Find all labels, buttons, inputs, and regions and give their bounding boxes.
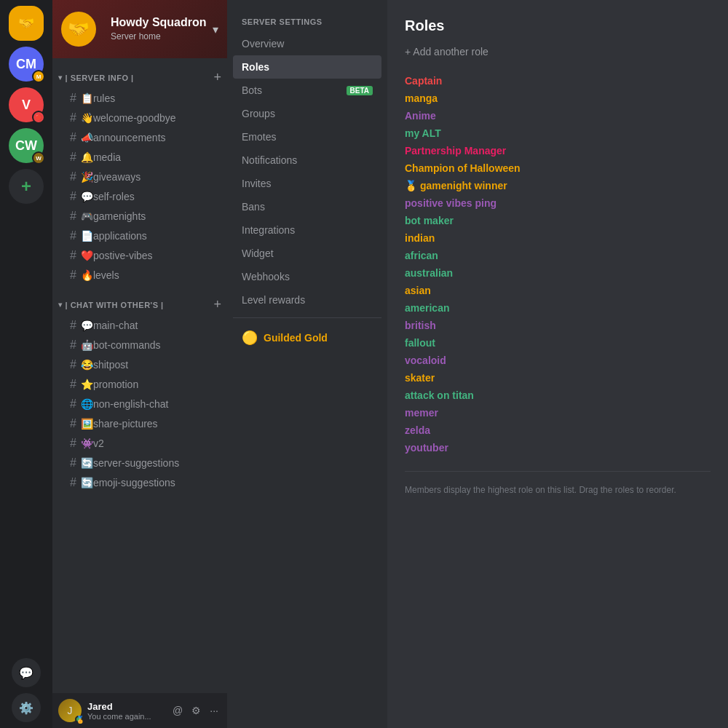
role-item[interactable]: zelda <box>405 422 711 439</box>
channel-name: 💬main-chat <box>81 320 138 331</box>
server-icon-cw[interactable]: CW W <box>9 128 44 163</box>
settings-item-label: Invites <box>242 178 271 189</box>
add-server-button[interactable]: + <box>9 169 44 204</box>
settings-item-notifications[interactable]: Notifications <box>233 149 381 172</box>
channel-non-english-chat[interactable]: # 🌐non-english-chat <box>58 395 221 414</box>
settings-item-level-rewards[interactable]: Level rewards <box>233 288 381 312</box>
role-item[interactable]: Captain <box>405 72 711 90</box>
channel-main-chat[interactable]: # 💬main-chat <box>58 316 221 335</box>
role-item[interactable]: 🥇 gamenight winner <box>405 177 711 194</box>
role-item[interactable]: Anime <box>405 107 711 124</box>
user-info: Jared You come again... <box>87 701 164 721</box>
settings-item-roles[interactable]: Roles <box>233 55 381 79</box>
server-icon-emoji: 🤝 <box>18 15 34 31</box>
channel-promotion[interactable]: # ⭐promotion <box>58 375 221 394</box>
settings-icon[interactable]: ⚙️ <box>12 693 41 722</box>
hash-icon: # <box>70 456 76 470</box>
channel-server-suggestions[interactable]: # 🔄server-suggestions <box>58 454 221 472</box>
role-item[interactable]: Partnership Manager <box>405 142 711 159</box>
hash-icon: # <box>70 92 76 105</box>
settings-item-label: Bans <box>242 201 265 213</box>
channel-name: ⭐promotion <box>81 379 138 390</box>
role-item[interactable]: youtuber <box>405 439 711 456</box>
channel-postive-vibes[interactable]: # ❤️postive-vibes <box>58 246 221 265</box>
role-item[interactable]: manga <box>405 90 711 107</box>
role-item[interactable]: positive vibes ping <box>405 194 711 212</box>
channel-giveaways[interactable]: # 🎉giveaways <box>58 167 221 186</box>
beta-badge: BETA <box>347 86 373 95</box>
hash-icon: # <box>70 249 76 262</box>
channel-emoji-suggestions[interactable]: # 🔄emoji-suggestions <box>58 473 221 492</box>
channel-share-pictures[interactable]: # 🖼️share-pictures <box>58 414 221 433</box>
category-label[interactable]: ▾ | Server Info | <box>58 74 134 82</box>
guilded-divider <box>233 317 381 324</box>
settings-item-label: Notifications <box>242 154 297 166</box>
role-item[interactable]: fallout <box>405 334 711 352</box>
role-item[interactable]: my ALT <box>405 124 711 142</box>
category-arrow: ▾ <box>58 74 63 82</box>
channel-shitpost[interactable]: # 😂shitpost <box>58 355 221 374</box>
settings-sidebar: Server Settings Overview Roles Bots BETA… <box>227 0 387 728</box>
role-item[interactable]: skater <box>405 369 711 387</box>
hash-icon: # <box>70 397 76 411</box>
server-icon-howdy[interactable]: 🤝 <box>9 6 44 41</box>
settings-gear-icon[interactable]: ⚙ <box>189 702 204 719</box>
role-item[interactable]: asian <box>405 282 711 299</box>
settings-item-integrations[interactable]: Integrations <box>233 218 381 242</box>
channel-media[interactable]: # 🔔media <box>58 148 221 167</box>
channel-bot-commands[interactable]: # 🤖bot-commands <box>58 336 221 355</box>
category-server-info: ▾ | Server Info | + <box>52 58 227 88</box>
roles-list: CaptainmangaAnimemy ALTPartnership Manag… <box>405 72 711 456</box>
settings-item-emotes[interactable]: Emotes <box>233 125 381 149</box>
role-item[interactable]: american <box>405 299 711 317</box>
category-label-2[interactable]: ▾ | Chat With other's | <box>58 301 164 309</box>
at-icon[interactable]: @ <box>170 702 186 719</box>
channel-announcements[interactable]: # 📣announcements <box>58 128 221 147</box>
role-item[interactable]: memer <box>405 404 711 422</box>
hash-icon: # <box>70 151 76 164</box>
role-item[interactable]: attack on titan <box>405 387 711 404</box>
chevron-down-icon: ▾ <box>213 23 218 36</box>
settings-item-invites[interactable]: Invites <box>233 172 381 195</box>
channel-name: 🔥levels <box>81 269 119 281</box>
category-name: | Server Info | <box>66 74 134 82</box>
channel-welcome-goodbye[interactable]: # 👋welcome-goodbye <box>58 108 221 127</box>
channel-levels[interactable]: # 🔥levels <box>58 266 221 285</box>
status-badge-emoji: 🏅 <box>76 716 84 724</box>
role-item[interactable]: african <box>405 247 711 264</box>
settings-item-webhooks[interactable]: Webhooks <box>233 265 381 288</box>
roles-panel: Roles + Add another role CaptainmangaAni… <box>387 0 728 728</box>
channel-self-roles[interactable]: # 💬self-roles <box>58 187 221 206</box>
settings-item-groups[interactable]: Groups <box>233 102 381 125</box>
server-icon-label: CW <box>15 138 37 154</box>
server-icon-cm[interactable]: CM M <box>9 47 44 82</box>
settings-item-overview[interactable]: Overview <box>233 32 381 55</box>
settings-item-label: Integrations <box>242 224 295 236</box>
channel-gamenights[interactable]: # 🎮gamenights <box>58 207 221 226</box>
channel-v2[interactable]: # 👾v2 <box>58 434 221 453</box>
settings-item-widget[interactable]: Widget <box>233 242 381 265</box>
more-options-icon[interactable]: ··· <box>207 702 221 719</box>
chat-icon[interactable]: 💬 <box>12 658 41 687</box>
role-item[interactable]: british <box>405 317 711 334</box>
add-role-button[interactable]: + Add another role <box>405 46 711 58</box>
channel-applications[interactable]: # 📄applications <box>58 226 221 245</box>
settings-item-label: Overview <box>242 38 284 50</box>
channel-name: 🌐non-english-chat <box>81 398 169 410</box>
role-item[interactable]: indian <box>405 229 711 247</box>
server-icon-v[interactable]: V 🔴 <box>9 87 44 122</box>
hash-icon: # <box>70 319 76 332</box>
role-item[interactable]: Champion of Halloween <box>405 159 711 177</box>
user-controls: @ ⚙ ··· <box>170 702 221 719</box>
role-item[interactable]: bot maker <box>405 212 711 229</box>
guilded-gold-item[interactable]: 🟡 Guilded Gold <box>233 324 381 352</box>
settings-item-label: Level rewards <box>242 294 305 306</box>
role-item[interactable]: vocaloid <box>405 352 711 369</box>
settings-item-bots[interactable]: Bots BETA <box>233 79 381 102</box>
add-channel-button-2[interactable]: + <box>213 297 221 312</box>
add-channel-button[interactable]: + <box>213 70 221 85</box>
settings-item-bans[interactable]: Bans <box>233 195 381 218</box>
server-header[interactable]: 🤝 Howdy Squadron Server home ▾ <box>52 0 227 58</box>
channel-rules[interactable]: # 📋rules <box>58 89 221 108</box>
role-item[interactable]: australian <box>405 264 711 282</box>
